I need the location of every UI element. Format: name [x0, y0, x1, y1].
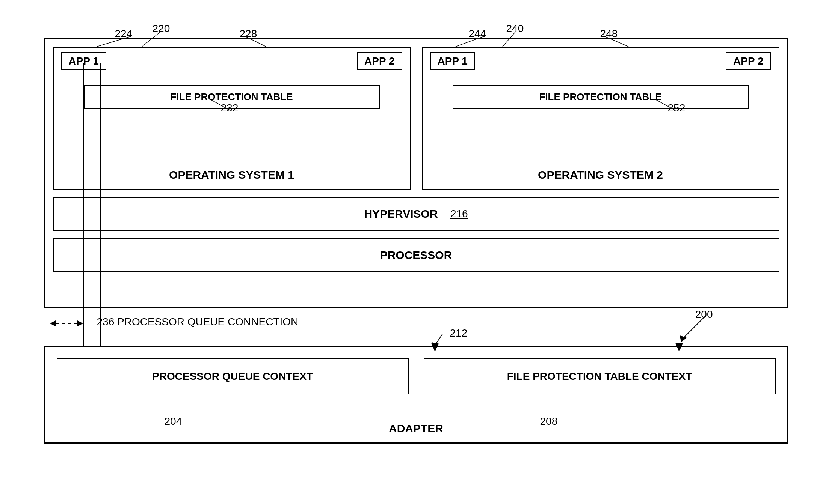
ref-os1-app1: 224 [115, 28, 133, 40]
os1-app1-label: APP 1 [69, 55, 99, 67]
os2-box: APP 1 APP 2 FILE PROTECTION TABLE OPERAT… [422, 47, 779, 190]
pqc-label: PROCESSOR QUEUE CONTEXT [152, 370, 313, 382]
os1-app2-label: APP 2 [364, 55, 394, 67]
fptc-box: FILE PROTECTION TABLE CONTEXT [424, 358, 776, 394]
ref-fptc: 208 [540, 415, 558, 427]
os2-fpt-box: FILE PROTECTION TABLE [453, 85, 749, 109]
svg-line-21 [435, 334, 442, 345]
fptc-label: FILE PROTECTION TABLE CONTEXT [507, 370, 692, 382]
pqc-box: PROCESSOR QUEUE CONTEXT [57, 358, 409, 394]
hypervisor-ref: 216 [450, 208, 468, 220]
os2-label: OPERATING SYSTEM 2 [423, 169, 779, 181]
ref-os1-app2: 228 [240, 28, 257, 40]
main-box: APP 1 APP 2 FILE PROTECTION TABLE OPERAT… [44, 38, 788, 308]
os2-app1-label: APP 1 [438, 55, 468, 67]
ref-pqc: 204 [165, 415, 182, 427]
os1-app2-box: APP 2 [357, 52, 402, 70]
ref-200: 200 [695, 308, 713, 320]
processor-label: PROCESSOR [380, 249, 452, 262]
adapter-label: ADAPTER [45, 422, 787, 435]
os1-app1-box: APP 1 [61, 52, 106, 70]
processor-row: PROCESSOR [53, 238, 779, 272]
os1-box: APP 1 APP 2 FILE PROTECTION TABLE OPERAT… [53, 47, 411, 190]
hypervisor-label: HYPERVISOR [364, 208, 438, 220]
os2-app2-box: APP 2 [726, 52, 771, 70]
ref-os1-fpt: 232 [221, 102, 239, 114]
os2-app1-box: APP 1 [430, 52, 475, 70]
os2-app2-label: APP 2 [733, 55, 763, 67]
ref-os2-main: 240 [506, 23, 524, 35]
os1-label: OPERATING SYSTEM 1 [54, 169, 410, 181]
svg-marker-3 [50, 320, 56, 326]
adapter-box: PROCESSOR QUEUE CONTEXT FILE PROTECTION … [44, 346, 788, 444]
ref-os2-app2: 248 [600, 28, 618, 40]
svg-marker-20 [680, 335, 687, 342]
hypervisor-row: HYPERVISOR 216 [53, 197, 779, 231]
os2-fpt-label: FILE PROTECTION TABLE [539, 91, 662, 102]
pqc-connection-label: 236 PROCESSOR QUEUE CONNECTION [97, 316, 299, 328]
ref-os2-app1: 244 [469, 28, 486, 40]
ref-os1-main: 220 [153, 23, 170, 35]
svg-marker-4 [77, 320, 83, 326]
adapter-components: PROCESSOR QUEUE CONTEXT FILE PROTECTION … [57, 358, 776, 394]
diagram-container: APP 1 APP 2 FILE PROTECTION TABLE OPERAT… [22, 16, 811, 489]
os-row: APP 1 APP 2 FILE PROTECTION TABLE OPERAT… [53, 47, 779, 190]
os1-fpt-label: FILE PROTECTION TABLE [171, 91, 293, 102]
ref-212: 212 [450, 327, 468, 339]
ref-os2-fpt: 252 [668, 102, 686, 114]
